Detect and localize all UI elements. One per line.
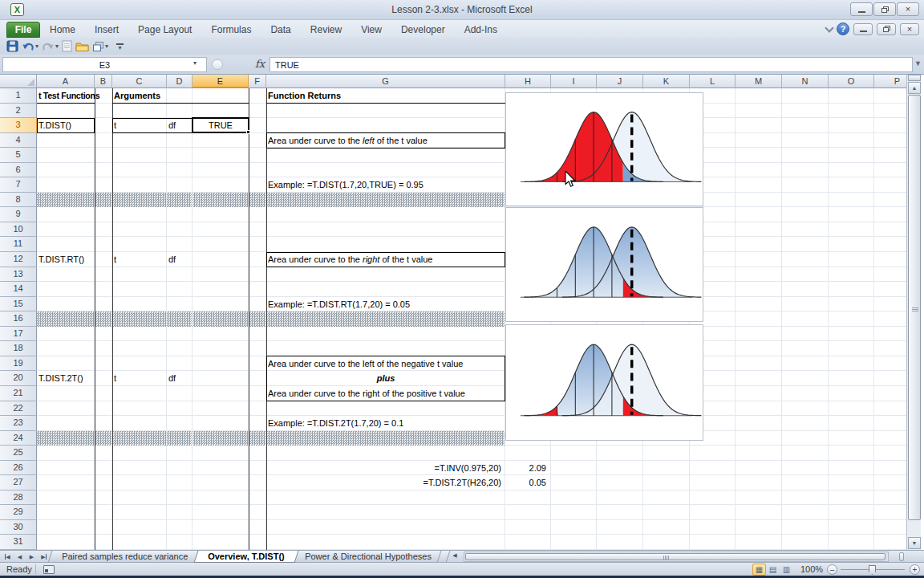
fill-handle[interactable]: [246, 130, 250, 134]
cell-G15[interactable]: Example: =T.DIST.RT(1.7,20) = 0.05: [266, 297, 505, 312]
row-header-11[interactable]: 11: [0, 237, 37, 252]
row-header-16[interactable]: 16: [0, 311, 37, 327]
row-header-14[interactable]: 14: [0, 282, 37, 297]
tab-insert[interactable]: Insert: [85, 22, 128, 38]
cell-G21[interactable]: Area under curve to the right of the pos…: [266, 386, 505, 401]
column-header-A[interactable]: A: [37, 75, 95, 88]
tab-file[interactable]: File: [6, 22, 40, 38]
sheet-tab-paired-samples[interactable]: Paired samples reduce variance: [48, 551, 202, 563]
row-header-7[interactable]: 7: [0, 177, 37, 193]
column-header-I[interactable]: I: [551, 75, 597, 88]
column-header-K[interactable]: K: [643, 75, 690, 88]
cell-H27[interactable]: 0.05: [505, 475, 549, 490]
column-header-D[interactable]: D: [167, 75, 192, 88]
tab-view[interactable]: View: [351, 22, 391, 38]
zoom-out-button[interactable]: –: [827, 564, 837, 575]
cell-G7[interactable]: Example: =T.DIST(1.7,20,TRUE) = 0.95: [266, 177, 505, 193]
cell-G20[interactable]: plus: [266, 371, 505, 386]
column-header-F[interactable]: F: [249, 75, 266, 88]
row-header-2[interactable]: 2: [0, 104, 37, 119]
row-header-27[interactable]: 27: [0, 475, 37, 490]
row-header-10[interactable]: 10: [0, 222, 37, 238]
cell-G19[interactable]: Area under curve to the left of the nega…: [266, 356, 505, 372]
last-sheet-icon[interactable]: ▶: [38, 552, 49, 561]
column-header-H[interactable]: H: [505, 75, 551, 88]
cell-G4[interactable]: Area under curve to the left of the t va…: [266, 133, 505, 149]
row-header-25[interactable]: 25: [0, 446, 37, 461]
restore-button[interactable]: [873, 2, 896, 16]
column-header-G[interactable]: G: [266, 75, 505, 88]
row-header-22[interactable]: 22: [0, 401, 37, 417]
formula-input[interactable]: TRUE: [270, 57, 913, 72]
redo-icon[interactable]: ▾: [42, 39, 59, 54]
row-header-6[interactable]: 6: [0, 163, 37, 178]
column-header-N[interactable]: N: [782, 75, 829, 88]
vertical-scrollbar[interactable]: ▲ ▼: [906, 75, 921, 550]
cell-A20[interactable]: T.DIST.2T(): [37, 371, 95, 386]
next-sheet-icon[interactable]: ▶: [26, 552, 37, 561]
cell-C12[interactable]: t: [112, 252, 160, 267]
row-header-20[interactable]: 20: [0, 371, 37, 386]
column-header-O[interactable]: O: [829, 75, 874, 88]
cell-A3[interactable]: T.DIST(): [37, 118, 95, 133]
document-icon[interactable]: [62, 39, 72, 54]
close-button[interactable]: ×: [897, 2, 919, 16]
row-header-30[interactable]: 30: [0, 520, 37, 535]
row-header-19[interactable]: 19: [0, 356, 37, 372]
cell-D3[interactable]: df: [167, 118, 192, 133]
column-header-J[interactable]: J: [597, 75, 643, 88]
select-all-corner[interactable]: [0, 75, 37, 88]
expand-formula-bar-icon[interactable]: ▼: [914, 59, 922, 67]
column-header-M[interactable]: M: [736, 75, 782, 88]
row-header-18[interactable]: 18: [0, 341, 37, 356]
cell-G26[interactable]: =T.INV(0.975,20): [266, 461, 504, 476]
chart-t-dist-rt-right-area[interactable]: [505, 207, 703, 322]
cell-C20[interactable]: t: [112, 371, 160, 386]
chart-t-dist-2t-two-tails[interactable]: [505, 324, 703, 441]
cell-H26[interactable]: 2.09: [505, 461, 549, 476]
cell-D20[interactable]: df: [167, 371, 192, 386]
row-header-4[interactable]: 4: [0, 133, 37, 149]
tab-review[interactable]: Review: [301, 22, 351, 38]
insert-worksheet-tab[interactable]: [437, 551, 451, 563]
first-sheet-icon[interactable]: ◀: [2, 552, 13, 561]
tab-add-ins[interactable]: Add-Ins: [455, 22, 507, 38]
name-box[interactable]: E3: [2, 57, 207, 72]
insert-function-icon[interactable]: fx: [255, 58, 265, 70]
workbook-close-button[interactable]: ×: [900, 23, 919, 35]
column-header-P[interactable]: P: [874, 75, 906, 88]
minimize-button[interactable]: [850, 2, 873, 16]
column-header-L[interactable]: L: [690, 75, 736, 88]
horizontal-scrollbar[interactable]: [464, 552, 889, 562]
cell-G27[interactable]: =T.DIST.2T(H26,20): [266, 475, 504, 490]
row-header-21[interactable]: 21: [0, 386, 37, 401]
row-header-23[interactable]: 23: [0, 416, 37, 431]
column-header-C[interactable]: C: [112, 75, 167, 88]
customize-qat-icon[interactable]: ▾: [116, 43, 124, 50]
row-header-3[interactable]: 3: [0, 118, 37, 133]
tab-scroll-left-icon[interactable]: ◀: [449, 551, 460, 560]
tab-data[interactable]: Data: [261, 22, 300, 38]
name-box-dropdown-icon[interactable]: ▾: [193, 59, 197, 67]
cell-G12[interactable]: Area under curve to the right of the t v…: [266, 252, 505, 267]
tab-developer[interactable]: Developer: [391, 22, 455, 38]
row-header-5[interactable]: 5: [0, 148, 37, 163]
tab-home[interactable]: Home: [40, 22, 85, 38]
cell-grid[interactable]: t Test FunctionsArgumentsFunction Return…: [37, 88, 906, 550]
normal-view-button[interactable]: ▦: [752, 564, 766, 576]
help-button[interactable]: ?: [837, 22, 849, 35]
row-header-24[interactable]: 24: [0, 431, 37, 446]
cell-C3[interactable]: t: [112, 118, 160, 133]
page-layout-view-button[interactable]: ▤: [766, 564, 780, 576]
workbook-minimize-button[interactable]: [853, 23, 873, 35]
horizontal-scroll-thumb[interactable]: [465, 553, 886, 560]
vertical-scroll-thumb[interactable]: [908, 95, 921, 520]
row-header-28[interactable]: 28: [0, 490, 37, 506]
tab-page-layout[interactable]: Page Layout: [128, 22, 201, 38]
scroll-down-icon[interactable]: ▼: [908, 537, 921, 549]
undo-icon[interactable]: ▾: [22, 39, 38, 54]
record-macro-icon[interactable]: [43, 565, 55, 574]
row-header-26[interactable]: 26: [0, 461, 37, 476]
row-header-1[interactable]: 1: [0, 88, 37, 104]
row-header-15[interactable]: 15: [0, 297, 37, 312]
